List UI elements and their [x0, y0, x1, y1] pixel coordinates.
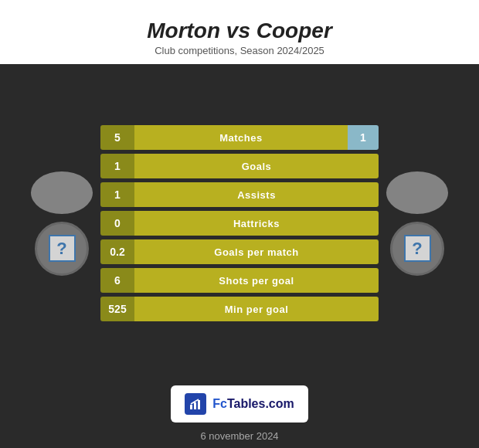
fctables-icon — [185, 393, 206, 415]
stat-left-value: 0.2 — [100, 239, 134, 264]
fctables-banner[interactable]: FcTables.com — [171, 385, 308, 423]
stats-panel: 5Matches11Goals1Assists0Hattricks0.2Goal… — [100, 125, 379, 321]
stat-right-value: 1 — [348, 125, 379, 150]
stat-bar: Min per goal — [134, 297, 379, 321]
stat-label: Goals per match — [214, 246, 298, 258]
left-team-icon: ? — [49, 235, 76, 262]
stat-row-goals-per-match: 0.2Goals per match — [100, 239, 379, 264]
left-team-logo-large — [31, 171, 93, 214]
stat-left-value: 5 — [100, 125, 134, 150]
svg-rect-2 — [198, 400, 200, 409]
stat-bar: Goals per match — [134, 239, 379, 264]
stat-label: Matches — [219, 132, 263, 144]
subtitle: Club competitions, Season 2024/2025 — [0, 45, 479, 64]
fctables-text: FcTables.com — [212, 397, 294, 411]
stat-row-assists: 1Assists — [100, 182, 379, 207]
left-team: ? — [23, 171, 100, 276]
stat-label: Shots per goal — [219, 275, 294, 287]
stat-label: Hattricks — [233, 218, 280, 229]
svg-rect-1 — [194, 402, 196, 409]
stat-row-goals: 1Goals — [100, 154, 379, 178]
stat-label: Assists — [237, 189, 276, 201]
right-team-logo-large — [386, 171, 448, 214]
right-team-avatar: ? — [390, 222, 444, 276]
stat-bar: Shots per goal — [134, 268, 379, 293]
svg-rect-0 — [190, 405, 192, 409]
page-title: Morton vs Cooper — [0, 11, 479, 45]
right-team: ? — [379, 171, 456, 276]
stat-row-min-per-goal: 525Min per goal — [100, 297, 379, 321]
stat-left-value: 525 — [100, 297, 134, 321]
date-footer: 6 november 2024 — [0, 423, 479, 448]
stat-left-value: 6 — [100, 268, 134, 293]
stat-row-shots-per-goal: 6Shots per goal — [100, 268, 379, 293]
stat-left-value: 1 — [100, 154, 134, 178]
stat-row-hattricks: 0Hattricks — [100, 211, 379, 236]
stat-bar: Assists — [134, 182, 379, 207]
stat-left-value: 0 — [100, 211, 134, 236]
stat-row-matches: 5Matches1 — [100, 125, 379, 150]
stat-left-value: 1 — [100, 182, 134, 207]
stat-bar: Hattricks — [134, 211, 379, 236]
stat-bar: Goals — [134, 154, 379, 178]
right-team-icon: ? — [404, 235, 431, 262]
left-team-avatar: ? — [35, 222, 89, 276]
stat-label: Min per goal — [225, 304, 289, 315]
stat-bar: Matches — [134, 125, 348, 150]
stat-label: Goals — [242, 161, 272, 172]
